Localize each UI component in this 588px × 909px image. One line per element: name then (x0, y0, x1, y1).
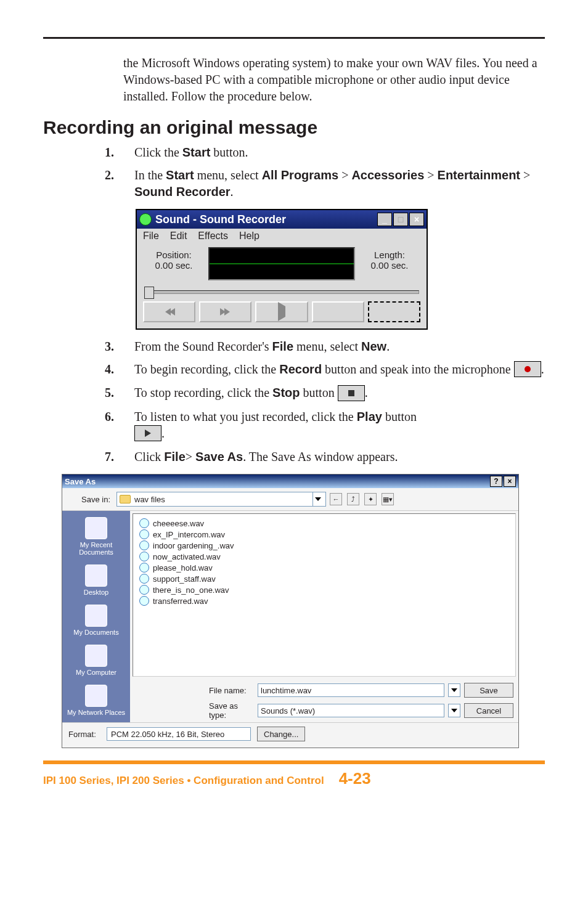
step-7: 7. Click File> Save As. The Save As wind… (105, 449, 545, 465)
cancel-button[interactable]: Cancel (464, 703, 513, 718)
filename-dropdown[interactable] (448, 683, 460, 697)
list-item[interactable]: please_hold.wav (139, 562, 509, 573)
step-number: 1. (105, 144, 134, 161)
app-icon (139, 213, 152, 226)
menu-help[interactable]: Help (239, 230, 259, 242)
step-5: 5. To stop recording, click the Stop but… (105, 385, 545, 402)
file-list[interactable]: cheeeese.wav ex_IP_intercom.wav indoor g… (133, 513, 516, 677)
places-bar: My Recent Documents Desktop My Documents… (62, 511, 130, 722)
new-folder-icon[interactable]: ✦ (364, 493, 377, 505)
wav-icon (139, 552, 149, 561)
place-mynetwork[interactable]: My Network Places (67, 685, 125, 716)
documents-icon (85, 605, 107, 627)
place-mycomputer[interactable]: My Computer (76, 645, 116, 676)
list-item[interactable]: cheeeese.wav (139, 518, 509, 529)
steps-list: 1. Click the Start button. 2. In the Sta… (105, 144, 545, 200)
steps-list-continued: 3. From the Sound Recorder's File menu, … (105, 338, 545, 465)
record-icon (525, 366, 531, 372)
waveform-display (208, 247, 355, 280)
section-heading: Recording an original message (43, 117, 545, 138)
save-in-dropdown[interactable]: wav files (116, 492, 326, 507)
step-1: 1. Click the Start button. (105, 144, 545, 161)
play-button-inline (134, 425, 161, 441)
sound-recorder-window: Sound - Sound Recorder _ □ × File Edit E… (136, 209, 428, 330)
list-item[interactable]: transferred.wav (139, 595, 509, 606)
saveastype-label: Save as type: (202, 701, 254, 720)
wav-icon (139, 529, 149, 539)
step-6: 6. To listen to what you just recorded, … (105, 409, 545, 442)
stop-button[interactable] (312, 301, 364, 322)
seek-end-icon (221, 308, 230, 316)
network-icon (85, 685, 107, 707)
step-number: 5. (105, 385, 134, 401)
wav-icon (139, 518, 149, 528)
save-in-value: wav files (134, 495, 165, 504)
seek-end-button[interactable] (199, 301, 251, 322)
page-footer: IPI 100 Series, IPI 200 Series • Configu… (43, 760, 545, 788)
menu-edit[interactable]: Edit (170, 230, 187, 242)
step-number: 4. (105, 361, 134, 378)
help-button[interactable]: ? (490, 476, 502, 487)
footer-text: IPI 100 Series, IPI 200 Series • Configu… (43, 775, 324, 787)
menu-effects[interactable]: Effects (198, 230, 228, 242)
filename-label: File name: (202, 686, 254, 695)
wav-icon (139, 596, 149, 606)
stop-icon (348, 390, 354, 396)
maximize-button[interactable]: □ (393, 213, 408, 226)
menu-bar: File Edit Effects Help (137, 229, 427, 243)
up-folder-icon[interactable]: ⤴ (347, 493, 359, 505)
menu-file[interactable]: File (143, 230, 159, 242)
step-number: 3. (105, 338, 134, 355)
seek-start-icon (165, 308, 174, 316)
page-number: 4-23 (339, 769, 371, 788)
change-button[interactable]: Change... (257, 727, 305, 741)
format-label: Format: (68, 730, 100, 739)
wav-icon (139, 574, 149, 584)
close-button[interactable]: × (409, 213, 424, 226)
format-value: PCM 22.050 kHz, 16 Bit, Stereo (107, 727, 251, 741)
place-mydocs[interactable]: My Documents (73, 605, 118, 636)
list-item[interactable]: now_activated.wav (139, 551, 509, 562)
wav-icon (139, 585, 149, 595)
back-icon[interactable]: ← (330, 493, 342, 505)
desktop-icon (85, 565, 107, 587)
step-number: 2. (105, 167, 134, 184)
position-readout: Position: 0.00 sec. (143, 247, 205, 280)
list-item[interactable]: indoor gardening_.wav (139, 540, 509, 551)
list-item[interactable]: ex_IP_intercom.wav (139, 529, 509, 540)
recent-icon (85, 517, 107, 539)
play-icon (145, 430, 151, 437)
play-button[interactable] (255, 301, 308, 322)
window-title: Sound - Sound Recorder (155, 213, 377, 226)
step-3: 3. From the Sound Recorder's File menu, … (105, 338, 545, 355)
top-rule (43, 37, 545, 39)
stop-button-inline (338, 385, 365, 401)
list-item[interactable]: support_staff.wav (139, 573, 509, 584)
position-slider[interactable] (144, 287, 419, 296)
folder-icon (120, 495, 131, 503)
filename-input[interactable]: lunchtime.wav (258, 683, 444, 697)
saveastype-dropdown[interactable] (448, 704, 460, 717)
step-2: 2. In the Start menu, select All Program… (105, 167, 545, 200)
place-recent[interactable]: My Recent Documents (62, 517, 130, 556)
views-icon[interactable]: ▦▾ (382, 493, 394, 505)
computer-icon (85, 645, 107, 667)
place-desktop[interactable]: Desktop (84, 565, 108, 596)
length-readout: Length: 0.00 sec. (359, 247, 420, 280)
step-number: 6. (105, 409, 134, 425)
saveastype-select[interactable]: Sounds (*.wav) (258, 704, 444, 717)
intro-paragraph: the Microsoft Windows operating system) … (123, 55, 545, 105)
close-button[interactable]: × (504, 476, 516, 487)
save-button[interactable]: Save (464, 683, 513, 698)
record-button[interactable] (368, 301, 420, 322)
chevron-down-icon (312, 492, 323, 506)
save-as-window: Save As ? × Save in: wav files ← ⤴ ✦ ▦▾ … (62, 474, 519, 748)
toolbar-icons: ← ⤴ ✦ ▦▾ (330, 493, 394, 505)
minimize-button[interactable]: _ (377, 213, 392, 226)
step-number: 7. (105, 449, 134, 465)
seek-start-button[interactable] (143, 301, 195, 322)
titlebar[interactable]: Save As ? × (62, 475, 518, 488)
list-item[interactable]: there_is_no_one.wav (139, 584, 509, 595)
step-4: 4. To begin recording, click the Record … (105, 361, 545, 378)
titlebar[interactable]: Sound - Sound Recorder _ □ × (137, 210, 427, 229)
